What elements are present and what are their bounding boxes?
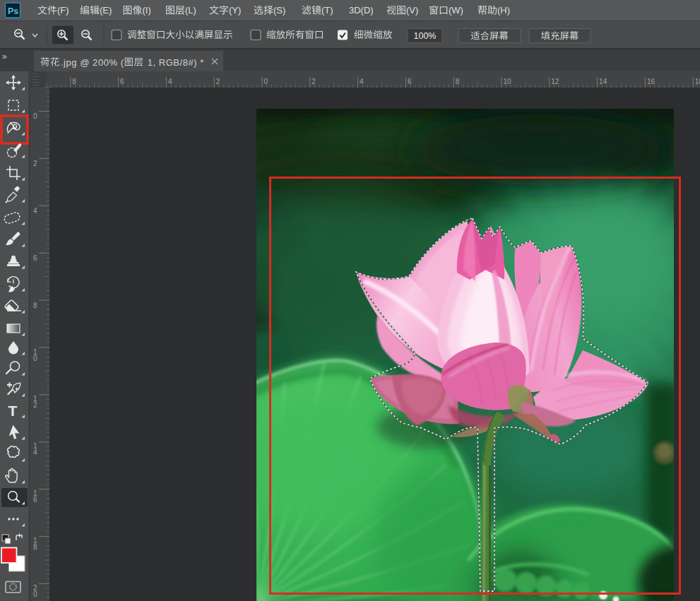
svg-text:100%: 100% [414,31,437,41]
svg-text:0: 0 [33,112,37,120]
svg-text:0: 0 [33,355,37,362]
svg-text:.jpg @ 200% (: .jpg @ 200% ( [61,57,124,68]
svg-text:16: 16 [647,78,655,85]
svg-text:8: 8 [33,302,37,309]
svg-text:1, RGB/8#) *: 1, RGB/8#) * [145,57,204,68]
svg-text:4: 4 [33,448,37,456]
svg-text:14: 14 [599,78,607,85]
svg-text:(S): (S) [273,5,285,16]
svg-text:0: 0 [33,590,37,598]
svg-text:(E): (E) [100,5,112,16]
svg-text:6: 6 [33,496,37,504]
svg-text:8: 8 [456,78,460,85]
svg-text:2: 2 [33,401,37,409]
svg-text:18: 18 [695,78,700,85]
svg-text:3D(D): 3D(D) [349,5,374,16]
svg-text:(I): (I) [143,5,151,16]
svg-text:8: 8 [72,78,76,85]
svg-text:12: 12 [551,78,559,85]
svg-text:6: 6 [408,78,412,85]
svg-text:(H): (H) [497,5,510,16]
svg-text:(F): (F) [57,5,69,16]
svg-text:T: T [8,403,18,419]
svg-text:4: 4 [360,78,364,85]
svg-text:6: 6 [33,254,37,262]
svg-text:0: 0 [264,78,268,85]
svg-text:(Y): (Y) [229,5,241,16]
svg-text:(W): (W) [449,5,463,16]
svg-text:Ps: Ps [8,6,18,16]
svg-text:2: 2 [33,160,37,167]
svg-text:(T): (T) [321,5,333,16]
svg-text:4: 4 [33,207,37,215]
svg-text:(L): (L) [185,5,196,16]
svg-text:10: 10 [504,78,512,85]
svg-text:2: 2 [216,78,220,85]
svg-text:8: 8 [33,543,37,551]
svg-text:6: 6 [120,78,124,85]
svg-text:»: » [2,52,7,61]
svg-text:(V): (V) [406,5,418,16]
svg-text:4: 4 [168,78,172,85]
svg-text:2: 2 [312,78,316,85]
